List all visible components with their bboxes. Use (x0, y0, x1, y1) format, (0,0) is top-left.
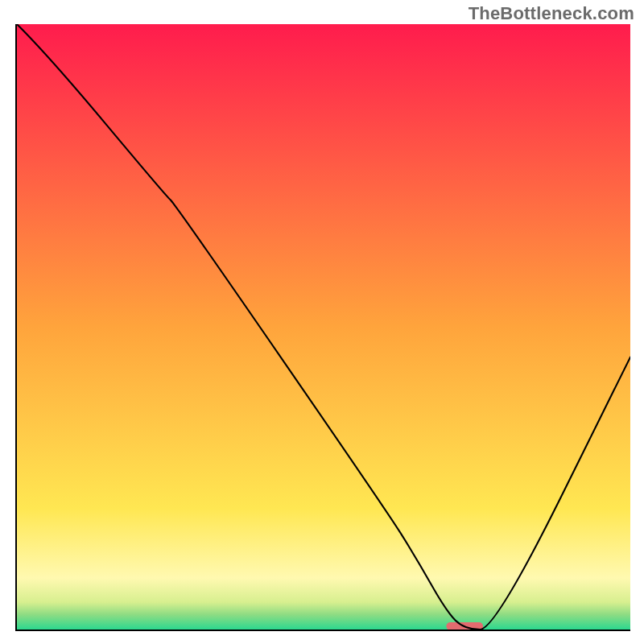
gradient-fill (17, 24, 630, 630)
figure-frame: TheBottleneck.com (0, 0, 644, 644)
plot-area (15, 24, 630, 631)
watermark-label: TheBottleneck.com (469, 3, 634, 24)
chart-svg (17, 24, 630, 630)
